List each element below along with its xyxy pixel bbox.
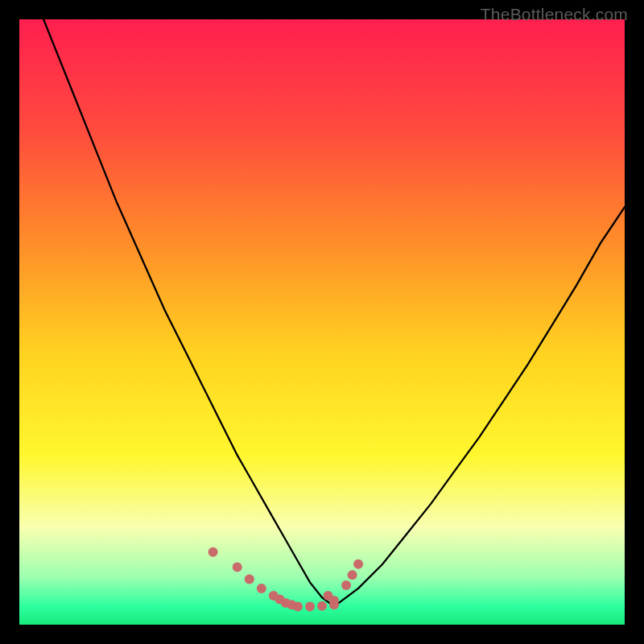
highlight-dot <box>233 563 242 572</box>
highlight-dot <box>353 559 363 569</box>
highlight-dot <box>317 601 327 611</box>
chart-svg <box>19 19 625 625</box>
highlight-dot <box>257 584 266 593</box>
highlight-dot <box>348 570 357 580</box>
highlight-dot <box>208 547 218 557</box>
watermark: TheBottleneck.com <box>481 5 628 24</box>
highlight-dot <box>341 580 351 590</box>
highlight-dot <box>293 601 303 611</box>
chart-frame: TheBottleneck.com <box>0 0 644 644</box>
highlight-dot <box>245 575 254 584</box>
highlight-dot <box>305 601 315 611</box>
highlight-dot <box>324 591 333 601</box>
plot-area <box>19 19 625 625</box>
gradient-background <box>19 19 625 625</box>
